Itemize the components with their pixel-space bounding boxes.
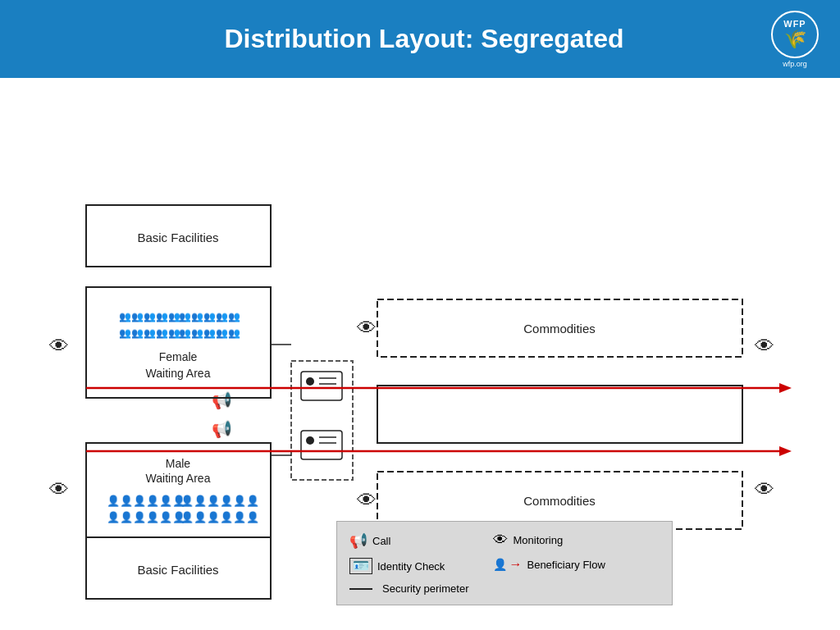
svg-text:👁: 👁 (755, 478, 774, 500)
svg-text:👤👤👤👤👤👤: 👤👤👤👤👤👤 (107, 494, 186, 508)
legend-beneficiary-flow: 👤 → Beneficiary Flow (493, 557, 605, 572)
legend-identity-check: 🪪 Identity Check (349, 558, 468, 574)
svg-text:👥👥👥👥👥: 👥👥👥👥👥 (119, 310, 180, 322)
id-check-icon: 🪪 (349, 558, 372, 574)
svg-text:👁: 👁 (357, 317, 377, 339)
svg-rect-22 (377, 386, 742, 443)
svg-text:Commodities: Commodities (523, 322, 596, 336)
svg-text:Male: Male (166, 457, 191, 470)
legend-security-perimeter: Security perimeter (349, 582, 468, 595)
svg-point-29 (306, 436, 314, 445)
legend: 📢 Call 🪪 Identity Check Security perimet… (336, 521, 673, 605)
wfp-logo: WFP 🌾 wfp.org (766, 11, 824, 68)
svg-text:Commodities: Commodities (523, 494, 596, 508)
monitoring-eye-icon: 👁 (493, 532, 508, 549)
svg-text:Basic Facilities: Basic Facilities (137, 231, 218, 244)
svg-text:👁: 👁 (357, 489, 377, 511)
monitoring-label: Monitoring (513, 534, 563, 546)
beneficiary-flow-icon: 👤 → (493, 557, 522, 572)
svg-text:👁: 👁 (49, 478, 69, 500)
svg-text:Basic Facilities: Basic Facilities (137, 563, 218, 577)
perimeter-line-icon (349, 588, 372, 590)
svg-marker-43 (779, 446, 792, 456)
page-title: Distribution Layout: Segregated (82, 24, 766, 54)
main-diagram: Basic Facilities 👥👥👥👥👥 👥👥👥👥👥 👥👥👥👥👥 👥👥👥👥👥… (0, 78, 840, 630)
legend-call: 📢 Call (349, 532, 468, 550)
svg-text:👁: 👁 (755, 335, 774, 357)
svg-marker-41 (779, 383, 792, 393)
svg-text:👁: 👁 (49, 335, 69, 357)
svg-point-25 (306, 377, 314, 386)
svg-text:Female: Female (159, 350, 198, 363)
header: Distribution Layout: Segregated WFP 🌾 wf… (0, 0, 840, 78)
svg-text:📢: 📢 (212, 390, 232, 410)
identity-check-label: Identity Check (377, 560, 445, 573)
svg-text:👥👥👥👥👥: 👥👥👥👥👥 (119, 326, 180, 339)
svg-text:👤👤👤👤👤👤: 👤👤👤👤👤👤 (180, 494, 260, 508)
svg-text:👥👥👥👥👥: 👥👥👥👥👥 (179, 326, 240, 339)
call-icon: 📢 (349, 532, 368, 550)
svg-text:👤👤👤👤👤👤: 👤👤👤👤👤👤 (107, 510, 186, 524)
svg-text:👤👤👤👤👤👤: 👤👤👤👤👤👤 (180, 510, 260, 524)
svg-text:📢: 📢 (212, 419, 232, 439)
security-perimeter-label: Security perimeter (382, 582, 468, 595)
svg-text:Waiting Area: Waiting Area (146, 367, 211, 380)
svg-text:👥👥👥👥👥: 👥👥👥👥👥 (179, 310, 240, 322)
svg-rect-2 (86, 287, 271, 398)
beneficiary-flow-label: Beneficiary Flow (527, 559, 605, 571)
call-label: Call (372, 535, 390, 547)
legend-monitoring: 👁 Monitoring (493, 532, 605, 549)
svg-text:Waiting Area: Waiting Area (146, 472, 211, 485)
